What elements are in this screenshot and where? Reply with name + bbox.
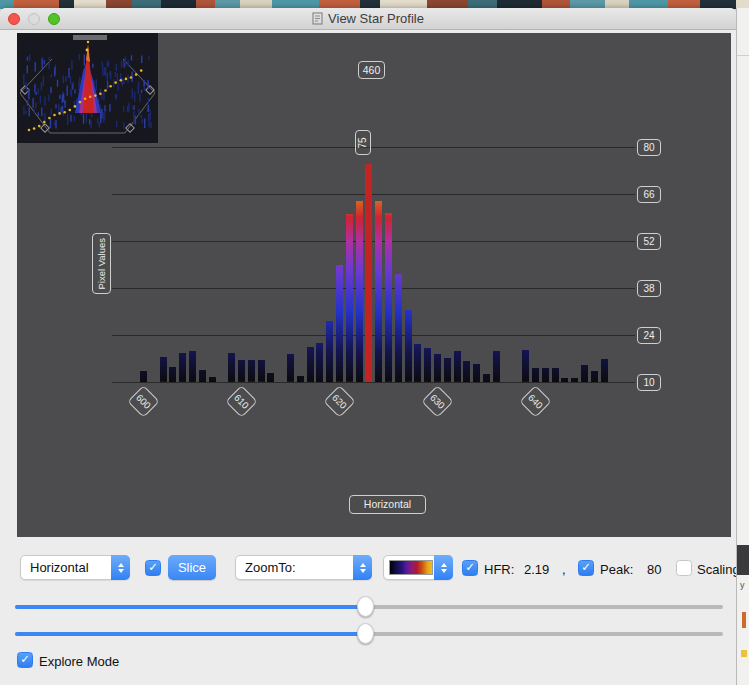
- colormap-select[interactable]: [383, 555, 453, 580]
- axis-select[interactable]: Horizontal: [20, 555, 130, 580]
- bar: [375, 201, 382, 382]
- popup-stepper-icon: [353, 555, 372, 580]
- y-axis-label: Pixel Values: [92, 233, 111, 294]
- slider-thumb[interactable]: [357, 596, 374, 617]
- peak-value: 80: [647, 562, 661, 577]
- bar: [267, 373, 274, 382]
- popup-stepper-icon: [434, 555, 453, 580]
- bar: [346, 214, 353, 382]
- gridline: [112, 382, 635, 383]
- bar: [434, 354, 441, 382]
- peak-label: Peak:: [600, 562, 633, 577]
- slice-checkbox[interactable]: [145, 560, 161, 576]
- hfr-separator: ,: [562, 562, 566, 577]
- slice-button[interactable]: Slice: [168, 555, 216, 580]
- bar: [454, 351, 461, 382]
- bar: [316, 343, 323, 382]
- bar: [179, 353, 186, 382]
- window-titlebar[interactable]: View Star Profile: [0, 8, 736, 30]
- bar: [169, 367, 176, 382]
- bar: [209, 377, 216, 382]
- x-tick-badge: 640: [519, 385, 552, 418]
- bar: [571, 378, 578, 382]
- x-tick-badge: 610: [225, 385, 258, 418]
- y-tick-badge: 52: [637, 233, 661, 250]
- slider-fill: [15, 605, 365, 609]
- bar: [405, 310, 412, 382]
- slider-thumb[interactable]: [357, 623, 374, 644]
- hfr-label: HFR:: [484, 562, 514, 577]
- bar: [581, 365, 588, 382]
- bar: [493, 351, 500, 382]
- axis-select-value: Horizontal: [21, 560, 111, 575]
- scaling-checkbox[interactable]: [676, 560, 692, 576]
- hfr-value: 2.19: [524, 562, 549, 577]
- x-tick-badge: 600: [127, 385, 160, 418]
- bar: [326, 321, 333, 382]
- bar: [258, 360, 265, 382]
- y-tick-badge: 24: [637, 327, 661, 344]
- y-tick-badge: 38: [637, 280, 661, 297]
- bar: [356, 201, 363, 382]
- hfr-checkbox[interactable]: [462, 560, 478, 576]
- bar: [238, 360, 245, 382]
- bar: [160, 357, 167, 382]
- bar: [297, 376, 304, 382]
- bar: [248, 360, 255, 382]
- popup-stepper-icon: [111, 555, 130, 580]
- x-tick-badge: 620: [323, 385, 356, 418]
- bar: [591, 371, 598, 382]
- peak-checkbox[interactable]: [578, 560, 594, 576]
- bar: [444, 358, 451, 382]
- close-button[interactable]: [8, 13, 20, 25]
- document-icon: [312, 12, 323, 25]
- bar: [552, 368, 559, 382]
- slice-position-slider[interactable]: [15, 596, 723, 617]
- gridline: [112, 147, 635, 148]
- thermal-colormap-swatch: [389, 560, 433, 575]
- bar: [336, 265, 343, 382]
- explore-mode-checkbox[interactable]: [17, 652, 33, 668]
- gridline: [112, 194, 635, 195]
- window-title: View Star Profile: [328, 11, 424, 26]
- scaling-label: Scaling: [697, 562, 740, 577]
- bar: [414, 344, 421, 382]
- zoomto-select[interactable]: ZoomTo:: [235, 555, 372, 580]
- bar: [463, 361, 470, 382]
- background-text-fragment: y: [740, 580, 745, 590]
- bar: [522, 350, 529, 382]
- gridline: [112, 288, 635, 289]
- zoomto-select-value: ZoomTo:: [236, 560, 353, 575]
- bar: [140, 371, 147, 382]
- bar: [561, 378, 568, 382]
- chart-panel: 460 75 Pixel Values Horizontal 806652382…: [17, 33, 731, 537]
- bar: [189, 351, 196, 382]
- bar: [601, 359, 608, 382]
- bar: [542, 368, 549, 382]
- gridline: [112, 241, 635, 242]
- slice-row-badge: 460: [358, 61, 385, 79]
- background-window-sliver: y: [736, 8, 749, 685]
- bar: [385, 213, 392, 382]
- view-star-profile-window: View Star Profile 460 75 Pixel Values Ho…: [0, 8, 736, 685]
- star-profile-3d-thumbnail: [17, 33, 158, 143]
- zoom-button[interactable]: [48, 13, 60, 25]
- bar: [424, 348, 431, 382]
- bar: [473, 364, 480, 382]
- y-tick-badge: 66: [637, 186, 661, 203]
- peak-value-badge: 75: [355, 130, 371, 155]
- bar: [228, 353, 235, 382]
- x-tick-badge: 630: [421, 385, 454, 418]
- slice-position-slider-2[interactable]: [15, 623, 723, 644]
- peak-slice-bar: [365, 164, 372, 382]
- bar: [287, 354, 294, 382]
- explore-mode-label: Explore Mode: [39, 654, 119, 669]
- slider-fill: [15, 632, 365, 636]
- bar: [532, 368, 539, 382]
- y-tick-badge: 80: [637, 139, 661, 156]
- bar: [483, 374, 490, 382]
- bar: [307, 347, 314, 382]
- y-tick-badge: 10: [637, 374, 661, 391]
- minimize-button[interactable]: [28, 13, 40, 25]
- bar: [199, 370, 206, 382]
